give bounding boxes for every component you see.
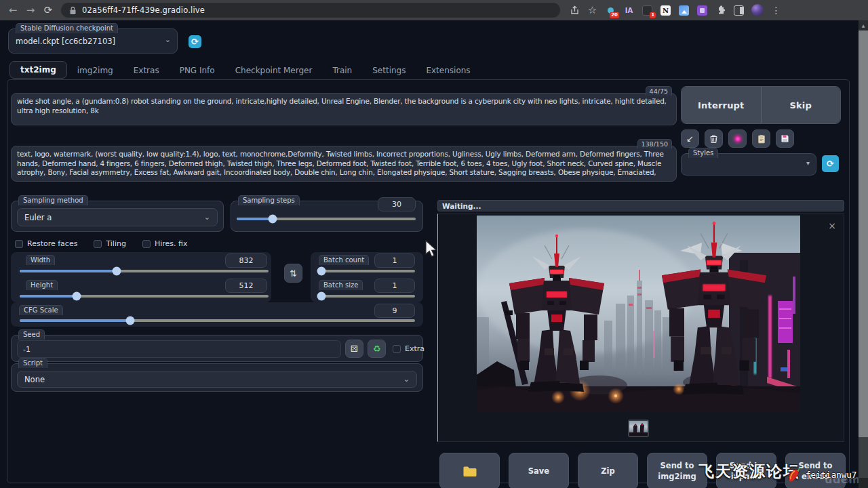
cfg-scale-label: CFG Scale bbox=[19, 305, 63, 315]
close-icon[interactable]: × bbox=[826, 220, 838, 232]
swap-dimensions-button[interactable]: ⇅ bbox=[284, 264, 302, 283]
generated-image[interactable] bbox=[477, 216, 800, 412]
width-slider[interactable] bbox=[20, 270, 269, 272]
reuse-seed-button[interactable]: ♻ bbox=[368, 340, 386, 358]
tab-extras[interactable]: Extras bbox=[123, 62, 170, 79]
back-icon[interactable]: ← bbox=[4, 4, 22, 16]
restore-faces-label: Restore faces bbox=[27, 239, 77, 248]
save-style-button[interactable] bbox=[776, 129, 794, 148]
tab-train[interactable]: Train bbox=[322, 62, 362, 79]
zip-button[interactable]: Zip bbox=[578, 453, 638, 488]
width-input[interactable]: 832 bbox=[225, 253, 267, 268]
tiling-checkbox[interactable]: Tiling bbox=[94, 239, 126, 248]
extension-badge-count: 20 bbox=[610, 12, 619, 18]
slider-handle[interactable] bbox=[268, 215, 277, 224]
clipboard-icon bbox=[757, 134, 766, 144]
extra-seed-checkbox[interactable]: Extra bbox=[393, 344, 425, 353]
browser-menu-icon[interactable]: ⋮ bbox=[770, 5, 782, 16]
extension-pin-icon[interactable]: 20 bbox=[605, 5, 616, 16]
batch-count-slider[interactable] bbox=[317, 270, 415, 272]
scrollbar-thumb[interactable] bbox=[859, 30, 868, 437]
bookmark-star-icon[interactable]: ☆ bbox=[587, 5, 598, 16]
chevron-down-icon: ⌄ bbox=[204, 213, 210, 222]
tab-settings[interactable]: Settings bbox=[362, 62, 416, 79]
copy-style-button[interactable] bbox=[752, 129, 770, 148]
share-icon[interactable] bbox=[570, 5, 580, 16]
batch-size-input[interactable]: 1 bbox=[374, 279, 415, 293]
open-folder-button[interactable] bbox=[439, 453, 500, 488]
styles-refresh-button[interactable]: ⟳ bbox=[822, 155, 839, 172]
address-bar[interactable]: 02a56ff4-71ff-439e.gradio.live bbox=[61, 3, 560, 18]
slider-handle[interactable] bbox=[113, 267, 121, 276]
checkpoint-dropdown[interactable]: Stable Diffusion checkpoint model.ckpt [… bbox=[8, 28, 178, 54]
thumbnail-image bbox=[629, 421, 648, 436]
cfg-block bbox=[11, 302, 423, 327]
gallery-thumbnail[interactable] bbox=[628, 420, 649, 437]
arrow-down-left-icon: ↙ bbox=[686, 134, 694, 144]
profile-avatar[interactable] bbox=[751, 4, 764, 16]
reload-icon[interactable]: ⟳ bbox=[39, 4, 57, 16]
sd-webui: Stable Diffusion checkpoint model.ckpt [… bbox=[0, 20, 868, 488]
hires-fix-checkbox[interactable]: Hires. fix bbox=[142, 239, 188, 248]
styles-dropdown[interactable]: Styles ▾ bbox=[681, 153, 816, 176]
negative-token-counter: 138/150 bbox=[637, 139, 672, 148]
browser-toolbar: ← → ⟳ 02a56ff4-71ff-439e.gradio.live ☆ 2… bbox=[0, 0, 868, 20]
height-slider[interactable] bbox=[20, 295, 269, 298]
save-button[interactable]: Save bbox=[509, 453, 569, 488]
tab-checkpoint-merger[interactable]: Checkpoint Merger bbox=[225, 62, 323, 79]
script-select[interactable]: None ⌄ bbox=[17, 371, 417, 388]
batch-count-input[interactable]: 1 bbox=[374, 253, 415, 268]
tab-img2img[interactable]: img2img bbox=[67, 62, 123, 79]
hires-fix-label: Hires. fix bbox=[155, 239, 188, 248]
skip-button[interactable]: Skip bbox=[761, 87, 841, 123]
extension-purple-icon[interactable] bbox=[696, 5, 708, 16]
height-label: Height bbox=[26, 280, 58, 290]
palette-icon bbox=[734, 136, 741, 142]
paste-generation-params-button[interactable]: ↙ bbox=[681, 129, 699, 148]
sampling-steps-input[interactable]: 30 bbox=[378, 197, 416, 211]
clear-prompt-button[interactable] bbox=[705, 129, 723, 148]
style-palette-button[interactable] bbox=[728, 129, 747, 148]
scrollbar-track[interactable] bbox=[859, 437, 868, 478]
checkpoint-refresh-button[interactable]: ⟳ bbox=[189, 35, 201, 48]
seed-input[interactable]: -1 bbox=[17, 340, 341, 358]
extension-image-icon[interactable] bbox=[678, 5, 690, 16]
restore-faces-checkbox[interactable]: Restore faces bbox=[15, 239, 77, 248]
batch-size-slider[interactable] bbox=[317, 295, 415, 298]
cfg-scale-slider[interactable] bbox=[20, 319, 415, 322]
forward-icon[interactable]: → bbox=[22, 4, 39, 16]
extension-capture-icon[interactable]: 1 bbox=[642, 5, 653, 16]
slider-handle[interactable] bbox=[317, 292, 326, 301]
scroll-up-icon[interactable]: ▲ bbox=[859, 20, 868, 30]
random-seed-button[interactable]: ⚄ bbox=[345, 340, 363, 358]
sampling-steps-slider[interactable] bbox=[237, 218, 416, 220]
generate-controls: Interrupt Skip bbox=[681, 86, 841, 124]
slider-handle[interactable] bbox=[73, 292, 81, 301]
sampling-method-label: Sampling method bbox=[18, 195, 88, 205]
slider-handle[interactable] bbox=[126, 317, 135, 325]
tab-extensions[interactable]: Extensions bbox=[416, 62, 480, 79]
main-tabs: txt2img img2img Extras PNG Info Checkpoi… bbox=[9, 60, 481, 79]
url-text: 02a56ff4-71ff-439e.gradio.live bbox=[82, 5, 205, 15]
feature-toggles: Restore faces Tiling Hires. fix bbox=[15, 239, 187, 248]
extensions-puzzle-icon[interactable] bbox=[715, 5, 726, 16]
slider-handle[interactable] bbox=[317, 267, 326, 276]
folder-icon bbox=[462, 466, 477, 477]
lock-icon bbox=[69, 6, 77, 15]
height-input[interactable]: 512 bbox=[225, 279, 267, 293]
page-scrollbar[interactable]: ▲ bbox=[859, 20, 868, 488]
prompt-input[interactable]: wide shot angle, a (gundam:0.8) robot st… bbox=[12, 94, 676, 125]
cfg-scale-input[interactable]: 9 bbox=[374, 304, 415, 318]
capture-badge-count: 1 bbox=[650, 12, 656, 18]
sampling-method-select[interactable]: Euler a ⌄ bbox=[17, 208, 218, 226]
width-label: Width bbox=[26, 255, 55, 265]
negative-prompt-input[interactable]: text, logo, watermark, (worst quality, l… bbox=[12, 146, 676, 181]
scrollbar-bottom bbox=[859, 478, 868, 488]
extension-notion-icon[interactable]: N bbox=[660, 5, 671, 16]
sidebar-toggle-icon[interactable] bbox=[733, 5, 745, 16]
interrupt-button[interactable]: Interrupt bbox=[682, 87, 761, 123]
tab-png-info[interactable]: PNG Info bbox=[170, 62, 225, 79]
progress-bar: Waiting... bbox=[437, 200, 844, 211]
tab-txt2img[interactable]: txt2img bbox=[9, 61, 67, 79]
extension-ia-icon[interactable]: IA bbox=[623, 5, 635, 16]
